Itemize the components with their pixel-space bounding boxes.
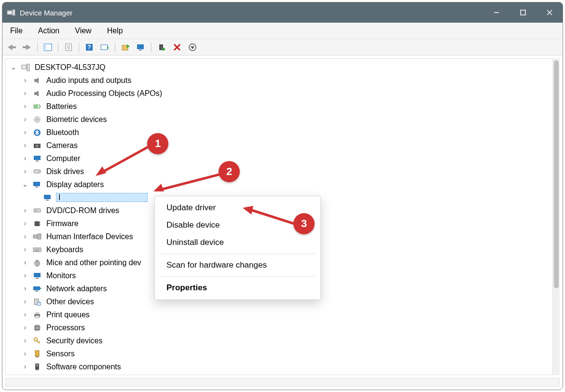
- tree-node-computer[interactable]: › Computer: [7, 152, 552, 165]
- properties-button[interactable]: [61, 41, 76, 54]
- tree-node-sensors[interactable]: › Sensors: [7, 347, 552, 360]
- expander-closed-icon[interactable]: ›: [21, 311, 29, 318]
- show-hide-console-button[interactable]: [41, 41, 55, 54]
- expander-closed-icon[interactable]: ›: [21, 246, 29, 253]
- expander-closed-icon[interactable]: ›: [21, 77, 29, 84]
- tree-label: I: [56, 193, 148, 203]
- svg-rect-78: [36, 326, 39, 329]
- toolbar: ?: [2, 39, 563, 55]
- tree-node-batteries[interactable]: › Batteries: [7, 100, 552, 113]
- svg-rect-0: [7, 11, 12, 14]
- maximize-button[interactable]: [510, 2, 536, 23]
- expander-closed-icon[interactable]: ›: [21, 298, 29, 305]
- expander-closed-icon[interactable]: ›: [21, 337, 29, 344]
- uninstall-device-button[interactable]: [134, 41, 148, 54]
- tree-node-security[interactable]: › Security devices: [7, 334, 552, 347]
- expander-closed-icon[interactable]: ›: [21, 350, 29, 357]
- expander-closed-icon[interactable]: ›: [21, 116, 29, 123]
- tree-node-disk[interactable]: › Disk drives: [7, 165, 552, 178]
- tree-label: Computer: [45, 154, 81, 163]
- expander-closed-icon[interactable]: ›: [21, 285, 29, 292]
- menu-action[interactable]: Action: [35, 25, 62, 37]
- tree-label: Cameras: [45, 141, 79, 150]
- svg-rect-57: [38, 234, 41, 239]
- maximize-icon: [520, 10, 526, 15]
- context-update-driver[interactable]: Update driver: [155, 199, 320, 216]
- camera-icon: [32, 142, 42, 149]
- expander-closed-icon[interactable]: ›: [21, 259, 29, 266]
- tree-root-label: DESKTOP-4L537JQ: [34, 63, 106, 72]
- expander-closed-icon[interactable]: ›: [21, 90, 29, 97]
- context-scan-hardware[interactable]: Scan for hardware changes: [155, 257, 320, 274]
- expander-closed-icon[interactable]: ›: [21, 155, 29, 162]
- svg-point-50: [35, 209, 38, 212]
- down-icon: [189, 43, 196, 51]
- tree-label: Security devices: [45, 337, 104, 345]
- disable-device-button[interactable]: [170, 41, 184, 54]
- svg-rect-41: [34, 156, 41, 160]
- svg-rect-68: [33, 286, 40, 290]
- annotation-badge-2: 2: [219, 161, 240, 182]
- expander-closed-icon[interactable]: ›: [21, 168, 29, 175]
- tree-root[interactable]: ⌄ DESKTOP-4L537JQ: [7, 61, 552, 74]
- scrollbar-thumb[interactable]: [554, 60, 559, 288]
- enable-device-button[interactable]: [154, 41, 169, 54]
- scrollbar[interactable]: [553, 58, 560, 375]
- tree-node-bluetooth[interactable]: › Bluetooth: [7, 126, 552, 139]
- tree-node-software[interactable]: › Software components: [7, 360, 552, 373]
- tree-label: Audio Processing Objects (APOs): [45, 89, 163, 98]
- tree-node-audio-io[interactable]: › Audio inputs and outputs: [7, 74, 552, 87]
- expander-open-icon[interactable]: ⌄: [10, 64, 17, 71]
- annotation-badge-1: 1: [147, 133, 168, 154]
- tree-label: Print queues: [45, 311, 91, 319]
- key-icon: [32, 337, 42, 345]
- close-button[interactable]: [536, 2, 563, 23]
- context-uninstall-device[interactable]: Uninstall device: [155, 234, 320, 251]
- expander-closed-icon[interactable]: ›: [21, 207, 29, 214]
- context-properties[interactable]: Properties: [155, 279, 320, 297]
- svg-rect-34: [34, 105, 38, 108]
- properties-icon: [65, 43, 72, 51]
- help-button[interactable]: ?: [82, 41, 96, 54]
- expander-closed-icon[interactable]: ›: [21, 142, 29, 149]
- tree-node-processors[interactable]: › Processors: [7, 321, 552, 334]
- expander-closed-icon[interactable]: ›: [21, 220, 29, 227]
- minimize-button[interactable]: [483, 2, 510, 23]
- expander-closed-icon[interactable]: ›: [21, 129, 29, 136]
- tree-node-biometric[interactable]: › Biometric devices: [7, 113, 552, 126]
- tree-label: Batteries: [45, 102, 78, 111]
- expander-closed-icon[interactable]: ›: [21, 233, 29, 240]
- forward-button[interactable]: [20, 41, 34, 54]
- menu-file[interactable]: File: [7, 25, 26, 37]
- svg-rect-51: [35, 221, 40, 226]
- expander-closed-icon[interactable]: ›: [21, 103, 29, 110]
- add-legacy-hardware-button[interactable]: [185, 41, 200, 54]
- svg-rect-69: [35, 291, 38, 292]
- menu-help[interactable]: Help: [104, 25, 126, 37]
- tree-node-display[interactable]: ⌄ Display adapters: [7, 178, 552, 191]
- svg-rect-60: [36, 249, 37, 250]
- scan-hardware-button[interactable]: [97, 41, 112, 54]
- tree-node-cameras[interactable]: › Cameras: [7, 139, 552, 152]
- svg-marker-30: [34, 78, 39, 83]
- bluetooth-icon: [32, 129, 42, 136]
- expander-closed-icon[interactable]: ›: [21, 272, 29, 279]
- svg-rect-58: [33, 248, 41, 252]
- display-adapter-icon: [42, 194, 53, 201]
- expander-closed-icon[interactable]: ›: [21, 324, 29, 331]
- monitor-icon: [32, 272, 42, 279]
- toolbar-separator: [37, 42, 38, 53]
- update-driver-button[interactable]: [118, 41, 133, 54]
- menu-view[interactable]: View: [72, 25, 94, 37]
- tree-label: Keyboards: [45, 245, 84, 254]
- menubar: File Action View Help: [2, 23, 563, 39]
- expander-open-icon[interactable]: ⌄: [21, 181, 29, 188]
- svg-point-37: [37, 119, 38, 120]
- back-button[interactable]: [4, 41, 19, 54]
- tree-node-print[interactable]: › Print queues: [7, 308, 552, 321]
- expander-closed-icon[interactable]: ›: [21, 363, 29, 370]
- svg-rect-48: [46, 200, 49, 201]
- svg-rect-56: [33, 235, 37, 238]
- tree-node-audio-apo[interactable]: › Audio Processing Objects (APOs): [7, 87, 552, 100]
- svg-rect-66: [34, 273, 41, 277]
